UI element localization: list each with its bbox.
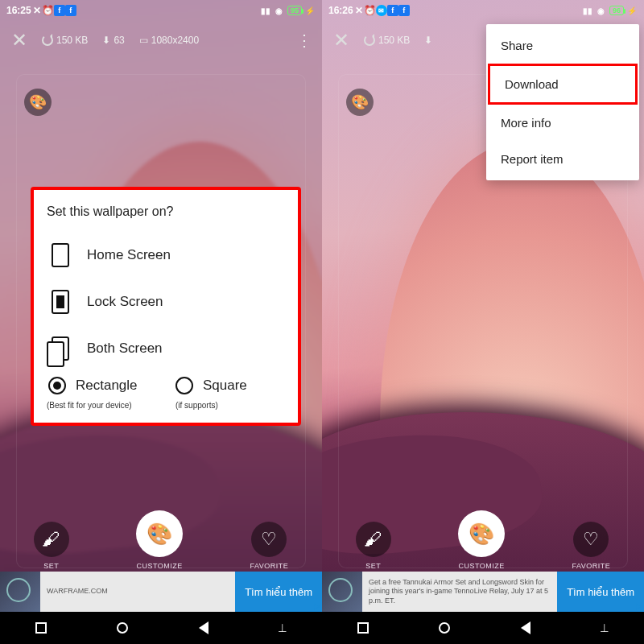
set-button[interactable]: 🖌 SET <box>34 522 69 570</box>
menu-report[interactable]: Report item <box>486 141 639 177</box>
status-bar: 16:25 ✕ ⏰ f f ▮▮ ◉ 95 ⚡ <box>0 0 322 21</box>
favorite-button[interactable]: ♡ FAVORITE <box>250 522 288 570</box>
download-count: ⬇ 63 <box>102 35 124 46</box>
shape-rectangle[interactable]: Rectangle <box>48 377 156 394</box>
alarm-icon: ⏰ <box>365 5 376 16</box>
status-bar: 16:26 ✕ ⏰ ✉ f f ▮▮ ◉ 96 ⚡ <box>322 0 644 21</box>
dialog-title: Set this wallpaper on? <box>47 204 285 219</box>
set-wallpaper-dialog: Set this wallpaper on? Home Screen Lock … <box>31 187 301 426</box>
palette-icon: 🎨 <box>29 93 47 111</box>
shape-hints: (Best fit for your device) (if supports) <box>47 401 285 410</box>
ad-text: WARFRAME.COM <box>40 584 235 599</box>
adchoices-icon[interactable]: ▷ <box>636 601 642 610</box>
adchoices-icon[interactable]: ▷ <box>314 601 320 610</box>
rect-hint: (Best fit for your device) <box>47 401 156 410</box>
charging-icon: ⚡ <box>626 5 638 16</box>
customize-button[interactable]: 🎨 CUSTOMIZE <box>136 510 183 570</box>
refresh-icon <box>42 35 53 46</box>
ad-banner[interactable]: Get a free Tannukai Armor Set and Longsw… <box>322 572 644 612</box>
heart-icon: ♡ <box>583 529 600 550</box>
nav-back[interactable] <box>199 621 208 634</box>
customize-button[interactable]: 🎨 CUSTOMIZE <box>458 510 505 570</box>
overflow-menu: Share Download More info Report item <box>486 24 639 180</box>
heart-icon: ♡ <box>261 529 278 550</box>
action-row: 🖌 SET 🎨 CUSTOMIZE ♡ FAVORITE <box>0 510 322 570</box>
option-lock-screen[interactable]: Lock Screen <box>47 279 285 325</box>
lock-icon <box>52 290 69 314</box>
app-header: ✕ 150 KB ⬇ 63 ▭ 1080x2400 ⋮ <box>0 21 322 60</box>
palette-icon: 🎨 <box>147 522 173 547</box>
brush-icon: 🖌 <box>42 529 60 550</box>
nav-back[interactable] <box>521 621 530 634</box>
brush-icon: 🖌 <box>364 529 382 550</box>
screen-right: 16:26 ✕ ⏰ ✉ f f ▮▮ ◉ 96 ⚡ ✕ 150 KB ⬇ 🎨 S… <box>322 0 644 644</box>
nav-recents[interactable] <box>35 622 47 634</box>
facebook-icon: f <box>398 5 410 16</box>
palette-icon: 🎨 <box>351 93 369 111</box>
wifi-icon: ◉ <box>274 5 285 16</box>
nav-accessibility[interactable]: ⟂ <box>601 621 609 635</box>
palette-icon: 🎨 <box>469 522 495 547</box>
radio-checked-icon <box>48 377 66 394</box>
overflow-menu-button[interactable]: ⋮ <box>296 31 311 50</box>
battery-icon: 95 <box>287 6 302 15</box>
shape-square[interactable]: Square <box>175 377 283 394</box>
download-icon: ⬇ <box>102 35 110 46</box>
messenger-icon: ✉ <box>376 5 387 16</box>
refresh-icon <box>364 35 375 46</box>
nav-bar: ⟂ <box>322 612 644 644</box>
charging-icon: ⚡ <box>304 5 316 16</box>
facebook-icon: f <box>54 5 65 16</box>
battery-icon: 96 <box>609 6 624 15</box>
signal-icon: ▮▮ <box>582 5 593 16</box>
screen-left: 16:25 ✕ ⏰ f f ▮▮ ◉ 95 ⚡ ✕ 150 KB ⬇ 63 ▭ … <box>0 0 322 644</box>
set-button[interactable]: 🖌 SET <box>356 522 391 570</box>
alarm-icon: ⏰ <box>43 5 54 16</box>
favorite-button[interactable]: ♡ FAVORITE <box>572 522 610 570</box>
ad-cta-button[interactable]: Tìm hiểu thêm <box>557 572 644 612</box>
radio-unchecked-icon <box>175 377 193 394</box>
menu-more-info[interactable]: More info <box>486 105 639 141</box>
menu-download[interactable]: Download <box>488 64 638 105</box>
dnd-icon: ✕ <box>31 5 43 16</box>
nav-home[interactable] <box>439 622 450 634</box>
option-home-screen[interactable]: Home Screen <box>47 232 285 279</box>
nav-home[interactable] <box>117 622 128 634</box>
close-icon[interactable]: ✕ <box>333 29 349 52</box>
nav-recents[interactable] <box>357 622 369 634</box>
ad-text: Get a free Tannukai Armor Set and Longsw… <box>362 575 557 609</box>
ad-cta-button[interactable]: Tìm hiểu thêm <box>235 572 322 612</box>
signal-icon: ▮▮ <box>260 5 271 16</box>
menu-share[interactable]: Share <box>486 27 639 64</box>
file-size: 150 KB <box>42 35 88 46</box>
status-time: 16:26 <box>328 5 353 16</box>
ad-thumbnail <box>322 572 362 612</box>
palette-badge[interactable]: 🎨 <box>24 89 52 116</box>
option-both-screen[interactable]: Both Screen <box>47 325 285 372</box>
facebook-icon: f <box>65 5 76 16</box>
phone-icon <box>52 243 69 267</box>
file-size: 150 KB <box>364 35 410 46</box>
status-time: 16:25 <box>6 5 31 16</box>
action-row: 🖌 SET 🎨 CUSTOMIZE ♡ FAVORITE <box>322 510 644 570</box>
download-count: ⬇ <box>424 35 432 46</box>
ad-thumbnail <box>0 572 40 612</box>
close-icon[interactable]: ✕ <box>11 29 27 52</box>
dimensions: ▭ 1080x2400 <box>139 35 199 46</box>
nav-bar: ⟂ <box>0 612 322 644</box>
both-icon <box>52 336 69 361</box>
image-icon: ▭ <box>139 35 148 46</box>
nav-accessibility[interactable]: ⟂ <box>279 621 287 635</box>
dnd-icon: ✕ <box>353 5 365 16</box>
ad-banner[interactable]: WARFRAME.COM Tìm hiểu thêm ▷ <box>0 572 322 612</box>
wifi-icon: ◉ <box>596 5 607 16</box>
download-icon: ⬇ <box>424 35 432 46</box>
square-hint: (if supports) <box>175 401 285 410</box>
palette-badge[interactable]: 🎨 <box>346 89 374 116</box>
facebook-icon: f <box>387 5 398 16</box>
